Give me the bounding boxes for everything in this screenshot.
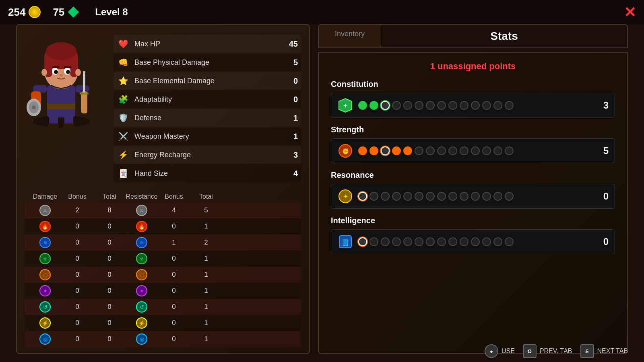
pip[interactable] [415, 101, 423, 110]
pip[interactable] [392, 192, 401, 201]
svg-point-12 [32, 105, 36, 109]
stat-def: 🛡️ Defense 1 [114, 109, 301, 127]
stat-adapt: 🧩 Adaptability 0 [114, 90, 301, 108]
use-hint: ● USE [485, 344, 515, 358]
svg-point-28 [41, 69, 47, 76]
pip[interactable] [415, 237, 423, 246]
pip[interactable] [381, 192, 390, 201]
pip[interactable] [460, 146, 469, 155]
pip[interactable] [448, 237, 457, 246]
use-button-icon[interactable]: ● [485, 344, 498, 358]
pip[interactable] [448, 192, 457, 201]
pip[interactable] [358, 101, 367, 110]
intelligence-bar: 📘 0 [331, 229, 615, 254]
pip[interactable] [426, 146, 435, 155]
stat-elem: ⭐ Base Elemental Damage 0 [114, 72, 301, 90]
stats-title: Stats [381, 25, 627, 47]
pip[interactable] [482, 192, 491, 201]
pip[interactable] [493, 237, 502, 246]
top-bar: 254 75 Level 8 ✕ [0, 0, 644, 24]
pip[interactable] [460, 101, 469, 110]
pip[interactable] [482, 237, 491, 246]
pip[interactable] [437, 146, 446, 155]
pip[interactable] [437, 237, 446, 246]
intelligence-section: Intelligence 📘 0 [331, 216, 615, 254]
pip[interactable] [482, 146, 491, 155]
pip[interactable] [369, 101, 378, 110]
pip[interactable] [471, 101, 480, 110]
pip[interactable] [460, 237, 469, 246]
pip[interactable] [426, 192, 435, 201]
pip[interactable] [415, 146, 423, 155]
pip[interactable] [358, 146, 367, 155]
pip[interactable] [460, 192, 469, 201]
hand-icon: 🃏 [117, 167, 130, 180]
pip[interactable] [482, 101, 491, 110]
strength-icon: ✊ [337, 143, 353, 159]
resonance-pips [358, 192, 592, 201]
pip[interactable] [493, 146, 502, 155]
pip[interactable] [369, 192, 378, 201]
pip[interactable] [505, 101, 514, 110]
pip[interactable] [505, 192, 514, 201]
damage-rows: ⚔ 2 8 ⚔ 4 5 🔥 0 0 🔥 0 1 ❄ [25, 202, 301, 347]
close-button[interactable]: ✕ [624, 4, 636, 21]
pip[interactable] [403, 101, 412, 110]
pip[interactable] [392, 237, 401, 246]
character-stats-list: ❤️ Max HP 45 👊 Base Physical Damage 5 ⭐ … [114, 33, 301, 183]
svg-point-29 [75, 69, 81, 76]
next-tab-button-icon[interactable]: E [580, 344, 594, 358]
pip[interactable] [369, 146, 378, 155]
table-row: ✦ 0 0 ✦ 0 1 [25, 283, 301, 299]
pip[interactable] [493, 192, 502, 201]
pip[interactable] [448, 146, 457, 155]
pip[interactable] [381, 146, 390, 155]
strength-section: Strength ✊ 5 [331, 125, 615, 163]
pip[interactable] [403, 146, 412, 155]
tab-inventory[interactable]: Inventory [319, 25, 381, 47]
pip[interactable] [426, 237, 435, 246]
table-row: ❄ 0 0 ❄ 1 2 [25, 234, 301, 251]
table-row: ☣ 0 0 ☣ 0 1 [25, 251, 301, 267]
stat-phys: 👊 Base Physical Damage 5 [114, 53, 301, 71]
pip[interactable] [358, 237, 367, 246]
prev-tab-button-icon[interactable]: O [523, 344, 537, 358]
pip[interactable] [381, 101, 390, 110]
table-row: ↺ 0 0 ↺ 0 1 [25, 299, 301, 315]
phys-value: 5 [286, 58, 298, 67]
pip[interactable] [437, 192, 446, 201]
pip[interactable] [426, 101, 435, 110]
pip[interactable] [415, 192, 423, 201]
col-bonus: Bonus [61, 193, 93, 200]
pip[interactable] [471, 192, 480, 201]
strength-value: 5 [597, 145, 609, 156]
intelligence-pips [358, 237, 592, 246]
pip[interactable] [381, 237, 390, 246]
pip[interactable] [403, 192, 412, 201]
adapt-label: Adaptability [134, 95, 286, 104]
next-tab-label: NEXT TAB [597, 348, 628, 355]
svg-point-24 [66, 70, 70, 74]
pip[interactable] [369, 237, 378, 246]
character-sprite [25, 33, 105, 138]
pip[interactable] [437, 101, 446, 110]
energy-label: Energy Recharge [134, 151, 286, 159]
pip[interactable] [505, 237, 514, 246]
pip[interactable] [471, 237, 480, 246]
pip[interactable] [505, 146, 514, 155]
phys-label: Base Physical Damage [134, 58, 286, 67]
pip[interactable] [392, 101, 401, 110]
pip[interactable] [493, 101, 502, 110]
table-row: ◌ 0 0 ◌ 0 1 [25, 267, 301, 283]
pip[interactable] [471, 146, 480, 155]
pip[interactable] [392, 146, 401, 155]
table-row: ⚔ 2 8 ⚔ 4 5 [25, 202, 301, 218]
intelligence-icon: 📘 [337, 234, 353, 250]
pip[interactable] [448, 101, 457, 110]
svg-rect-13 [81, 91, 87, 113]
energy-value: 3 [286, 150, 298, 160]
constitution-section: Constitution + 3 [331, 80, 615, 118]
pip[interactable] [358, 192, 367, 201]
resonance-icon: ✦ [337, 188, 353, 204]
pip[interactable] [403, 237, 412, 246]
